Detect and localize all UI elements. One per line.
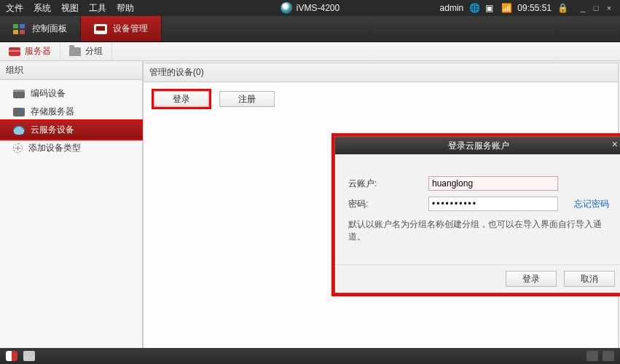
sub-tabbar: 服务器 分组 <box>0 42 620 61</box>
sidebar-item-cloud-device[interactable]: 云服务设备 <box>0 119 144 141</box>
tab-label: 控制面板 <box>32 23 67 35</box>
close-button[interactable]: × <box>604 3 614 13</box>
register-button[interactable]: 注册 <box>219 91 275 107</box>
tab-label: 设备管理 <box>113 23 148 35</box>
dialog-footer: 登录 取消 <box>335 264 620 293</box>
cpu-icon[interactable]: ▣ <box>485 3 495 13</box>
sidebar-item-label: 编码设备 <box>31 87 66 100</box>
app-logo-icon <box>280 2 292 14</box>
server-icon <box>9 47 20 56</box>
menubar: 文件 系统 视图 工具 帮助 iVMS-4200 admin 🌐 ▣ 📶 09:… <box>0 0 620 16</box>
app-title-area: iVMS-4200 <box>280 2 340 14</box>
sidebar: 组织 编码设备 存储服务器 云服务设备 添加设备类型 <box>0 61 143 364</box>
login-button[interactable]: 登录 <box>154 91 209 107</box>
menubar-right: admin 🌐 ▣ 📶 09:55:51 🔒 _ □ × <box>440 3 614 13</box>
sidebar-item-storage-server[interactable]: 存储服务器 <box>0 103 142 121</box>
login-dialog: 登录云服务账户 × 云账户: 密码: 忘记密码 默认以账户名为分组名称创建分组，… <box>334 136 620 293</box>
sidebar-item-add-device-type[interactable]: 添加设备类型 <box>0 139 142 157</box>
sidebar-title: 组织 <box>0 61 142 80</box>
globe-icon[interactable]: 🌐 <box>469 3 479 13</box>
app-title: iVMS-4200 <box>297 3 340 13</box>
menu-system[interactable]: 系统 <box>34 2 51 15</box>
status-icon-1[interactable] <box>586 351 598 361</box>
sidebar-item-encoding-device[interactable]: 编码设备 <box>0 84 142 103</box>
window-buttons: _ □ × <box>578 3 614 13</box>
minimize-button[interactable]: _ <box>578 3 588 13</box>
menu-help[interactable]: 帮助 <box>117 2 134 15</box>
menubar-left: 文件 系统 视图 工具 帮助 <box>6 2 134 15</box>
cloud-device-icon <box>13 126 25 135</box>
subtab-label: 服务器 <box>25 45 51 58</box>
main-tabbar: 控制面板 设备管理 <box>0 16 620 42</box>
dialog-highlight: 登录云服务账户 × 云账户: 密码: 忘记密码 默认以账户名为分组名称创建分组，… <box>331 133 620 296</box>
alarm-icon[interactable] <box>6 351 17 361</box>
statusbar <box>0 348 620 364</box>
tab-device-management[interactable]: 设备管理 <box>81 16 162 41</box>
tab-control-panel[interactable]: 控制面板 <box>0 16 81 41</box>
menu-view[interactable]: 视图 <box>61 2 79 15</box>
lock-icon[interactable]: 🔒 <box>557 3 568 13</box>
dialog-cancel-button[interactable]: 取消 <box>564 271 615 287</box>
motion-icon[interactable] <box>23 351 35 361</box>
content: 组织 编码设备 存储服务器 云服务设备 添加设备类型 管理的设备(0) 登录 <box>0 61 620 364</box>
sidebar-item-label: 添加设备类型 <box>28 142 81 154</box>
device-mgmt-icon <box>94 24 107 34</box>
status-icon-2[interactable] <box>603 351 614 361</box>
statusbar-right <box>586 351 614 361</box>
sidebar-nav: 编码设备 存储服务器 云服务设备 添加设备类型 <box>0 80 142 157</box>
main-header: 管理的设备(0) <box>144 63 618 82</box>
forgot-password-link[interactable]: 忘记密码 <box>574 198 609 210</box>
user-label: admin <box>440 3 464 13</box>
encoding-device-icon <box>13 90 25 98</box>
clock: 09:55:51 <box>517 3 552 13</box>
dialog-body: 云账户: 密码: 忘记密码 默认以账户名为分组名称创建分组，也可以在导入界面自行… <box>335 154 620 264</box>
folder-icon <box>69 47 81 56</box>
dialog-close-icon[interactable]: × <box>612 139 618 149</box>
menu-tools[interactable]: 工具 <box>89 2 106 15</box>
password-input[interactable] <box>428 197 558 211</box>
password-label: 密码: <box>348 198 428 210</box>
account-input[interactable] <box>428 176 558 191</box>
dialog-title: 登录云服务账户 <box>448 140 509 152</box>
main-panel: 管理的设备(0) 登录 注册 登录云服务账户 × 云账户: 密码: <box>143 63 619 363</box>
dashboard-icon <box>13 24 26 34</box>
dialog-titlebar: 登录云服务账户 × <box>335 137 620 154</box>
sidebar-item-label: 存储服务器 <box>31 106 74 118</box>
device-icon[interactable]: 📶 <box>501 3 511 13</box>
menu-file[interactable]: 文件 <box>6 2 23 15</box>
maximize-button[interactable]: □ <box>591 3 601 13</box>
account-label: 云账户: <box>348 178 428 190</box>
sidebar-item-label: 云服务设备 <box>31 124 74 136</box>
subtab-group[interactable]: 分组 <box>60 42 112 60</box>
button-row: 登录 注册 <box>144 82 618 116</box>
subtab-server[interactable]: 服务器 <box>0 42 60 60</box>
dialog-login-button[interactable]: 登录 <box>506 271 557 287</box>
storage-server-icon <box>13 108 25 116</box>
add-icon <box>13 143 23 153</box>
dialog-hint: 默认以账户名为分组名称创建分组，也可以在导入界面自行导入通道。 <box>348 214 609 243</box>
subtab-label: 分组 <box>85 45 103 58</box>
